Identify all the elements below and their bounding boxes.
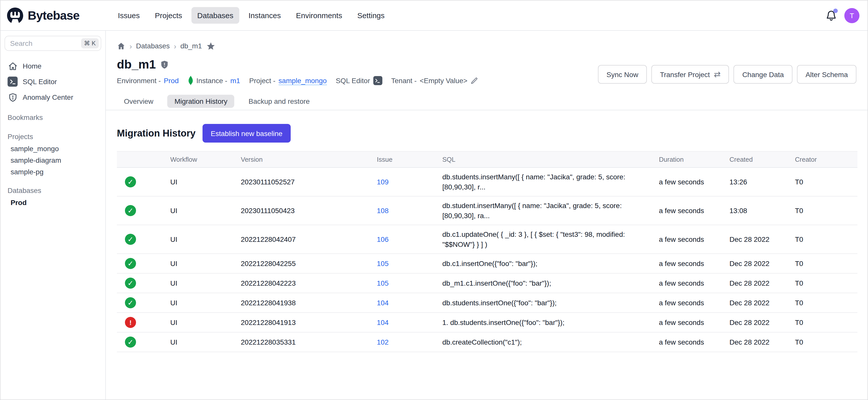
user-avatar[interactable]: T xyxy=(844,8,860,23)
cell-created: Dec 28 2022 xyxy=(721,293,787,313)
sidebar-project-sample-diagram[interactable]: sample-diagram xyxy=(4,154,101,166)
instance-info: Instance - m1 xyxy=(188,75,240,86)
cell-creator: T0 xyxy=(787,293,858,313)
nav-projects[interactable]: Projects xyxy=(149,7,188,24)
environment-link[interactable]: Prod xyxy=(164,76,179,85)
nav-instances[interactable]: Instances xyxy=(243,7,287,24)
breadcrumb-db-m1[interactable]: db_m1 xyxy=(180,42,202,50)
breadcrumb-home-icon[interactable] xyxy=(117,41,125,50)
issue-link[interactable]: 104 xyxy=(377,318,389,327)
col-creator: Creator xyxy=(787,151,858,167)
sql-editor-shortcut[interactable]: SQL Editor xyxy=(336,76,382,85)
sync-now-button[interactable]: Sync Now xyxy=(598,65,647,84)
issue-link[interactable]: 109 xyxy=(377,178,389,186)
sidebar-item-anomaly-center[interactable]: Anomaly Center xyxy=(4,90,101,104)
cell-creator: T0 xyxy=(787,254,858,273)
sidebar-project-sample-mongo[interactable]: sample_mongo xyxy=(4,143,101,154)
table-row[interactable]: UI 20221228035331 102 db.createCollectio… xyxy=(117,332,858,352)
bytebase-logo[interactable]: Bytebase xyxy=(6,7,106,24)
cell-sql: db.students.insertOne({"foo": "bar"}); xyxy=(434,293,651,313)
breadcrumb-databases[interactable]: Databases xyxy=(136,42,170,50)
cell-sql: db.students.insertMany([ { name: "Jacika… xyxy=(434,167,651,196)
top-bar: Bytebase Issues Projects Databases Insta… xyxy=(0,0,868,31)
breadcrumb-separator: › xyxy=(129,41,132,50)
table-row[interactable]: UI 20230111052527 109 db.students.insert… xyxy=(117,167,858,196)
cell-sql: db.c1.insertOne({"foo": "bar"}); xyxy=(434,254,651,273)
main-content: › Databases › db_m1 db_m1 xyxy=(106,31,868,400)
table-row[interactable]: UI 20221228041938 104 db.students.insert… xyxy=(117,293,858,313)
environment-label: Environment - xyxy=(117,76,161,85)
tab-backup-and-restore[interactable]: Backup and restore xyxy=(242,95,317,108)
nav-environments[interactable]: Environments xyxy=(290,7,348,24)
cell-creator: T0 xyxy=(787,196,858,225)
cell-creator: T0 xyxy=(787,225,858,254)
status-success-icon xyxy=(125,297,136,308)
search-input[interactable] xyxy=(10,39,81,48)
breadcrumb: › Databases › db_m1 xyxy=(117,40,857,52)
nav-databases[interactable]: Databases xyxy=(191,7,239,24)
sql-editor-label: SQL Editor xyxy=(336,76,370,85)
search-box[interactable]: ⌘ K xyxy=(4,36,101,51)
status-error-icon xyxy=(125,317,136,328)
table-row[interactable]: UI 20221228042407 106 db.c1.updateOne( {… xyxy=(117,225,858,254)
table-row[interactable]: UI 20221228041913 104 1. db.students.ins… xyxy=(117,313,858,332)
issue-link[interactable]: 102 xyxy=(377,338,389,346)
bytebase-logo-icon xyxy=(6,7,24,24)
cell-duration: a few seconds xyxy=(651,313,721,332)
migration-history-header: Migration History Establish new baseline xyxy=(117,124,857,143)
notification-bell-icon[interactable] xyxy=(825,9,837,22)
sidebar-item-label: SQL Editor xyxy=(23,78,57,86)
transfer-project-button[interactable]: Transfer Project ⇄ xyxy=(651,65,729,84)
cell-created: Dec 28 2022 xyxy=(721,313,787,332)
establish-baseline-button[interactable]: Establish new baseline xyxy=(203,124,290,143)
edit-pencil-icon[interactable] xyxy=(470,77,478,84)
tab-overview[interactable]: Overview xyxy=(117,95,160,108)
project-info: Project - sample_mongo xyxy=(249,76,327,85)
table-row[interactable]: UI 20221228042223 105 db_m1.c1.insertOne… xyxy=(117,273,858,293)
cell-version: 20221228035331 xyxy=(233,332,369,352)
cell-created: Dec 28 2022 xyxy=(721,254,787,273)
sidebar-item-home[interactable]: Home xyxy=(4,59,101,73)
alter-schema-button[interactable]: Alter Schema xyxy=(797,65,857,84)
cell-created: Dec 28 2022 xyxy=(721,273,787,293)
tenant-value: <Empty Value> xyxy=(420,76,467,85)
cell-sql: db.createCollection("c1"); xyxy=(434,332,651,352)
cell-created: 13:08 xyxy=(721,196,787,225)
issue-link[interactable]: 104 xyxy=(377,299,389,307)
col-issue: Issue xyxy=(369,151,434,167)
issue-link[interactable]: 105 xyxy=(377,279,389,287)
cell-sql: db.c1.updateOne( { _id: 3 }, [ { $set: {… xyxy=(434,225,651,254)
cell-version: 20230111052527 xyxy=(233,167,369,196)
col-sql: SQL xyxy=(434,151,651,167)
status-success-icon xyxy=(125,337,136,348)
table-row[interactable]: UI 20230111050423 108 db.student.insertM… xyxy=(117,196,858,225)
col-version: Version xyxy=(233,151,369,167)
status-success-icon xyxy=(125,234,136,245)
nav-issues[interactable]: Issues xyxy=(112,7,146,24)
sidebar-database-prod[interactable]: Prod xyxy=(4,196,101,208)
issue-link[interactable]: 105 xyxy=(377,259,389,268)
nav-settings[interactable]: Settings xyxy=(351,7,391,24)
cell-version: 20221228041913 xyxy=(233,313,369,332)
cell-duration: a few seconds xyxy=(651,196,721,225)
sidebar-item-sql-editor[interactable]: SQL Editor xyxy=(4,74,101,89)
page-header: db_m1 Environment - Prod xyxy=(117,52,857,86)
cell-duration: a few seconds xyxy=(651,273,721,293)
sidebar-project-sample-pg[interactable]: sample-pg xyxy=(4,166,101,177)
issue-link[interactable]: 108 xyxy=(377,207,389,215)
bytebase-app: Bytebase Issues Projects Databases Insta… xyxy=(0,0,868,400)
tab-migration-history[interactable]: Migration History xyxy=(167,95,235,108)
issue-link[interactable]: 106 xyxy=(377,235,389,243)
terminal-icon xyxy=(7,76,18,87)
cell-version: 20221228042223 xyxy=(233,273,369,293)
cell-sql: db_m1.c1.insertOne({"foo": "bar"}); xyxy=(434,273,651,293)
bookmark-star-icon[interactable] xyxy=(206,41,216,51)
tab-bar: Overview Migration History Backup and re… xyxy=(117,94,857,108)
instance-link[interactable]: m1 xyxy=(230,76,240,85)
change-data-button[interactable]: Change Data xyxy=(734,65,793,84)
project-link[interactable]: sample_mongo xyxy=(279,76,327,85)
cell-creator: T0 xyxy=(787,273,858,293)
database-info-row: Environment - Prod Instance - xyxy=(117,75,478,86)
table-row[interactable]: UI 20221228042255 105 db.c1.insertOne({"… xyxy=(117,254,858,273)
header-actions: Sync Now Transfer Project ⇄ Change Data … xyxy=(598,65,857,84)
